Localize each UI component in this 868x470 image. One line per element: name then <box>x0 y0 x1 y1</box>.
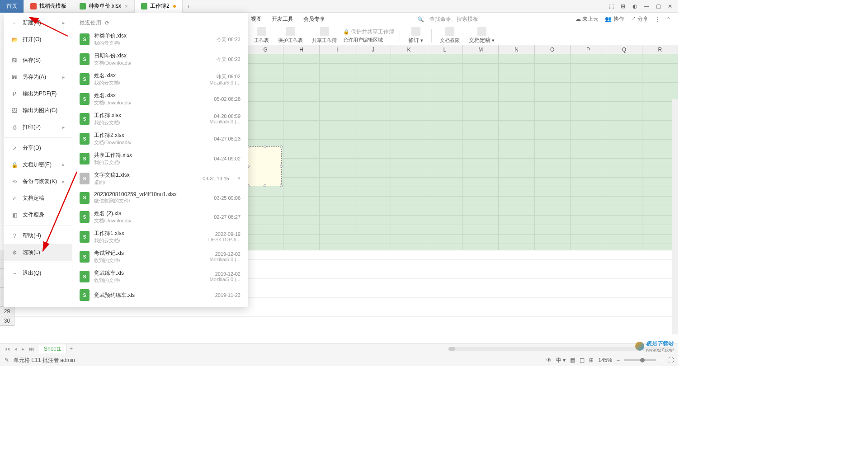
menu-new[interactable]: ▫新建(N)▸ <box>4 14 72 31</box>
ribbon-worksheet[interactable]: 工作表 <box>251 27 272 44</box>
menu-share[interactable]: ↗分享(D) <box>4 140 72 156</box>
apps-icon[interactable]: ⊞ <box>619 3 627 10</box>
tab-member[interactable]: 会员专享 <box>302 14 326 25</box>
ribbon-allow-edit[interactable]: 允许用户编辑区域 <box>343 37 394 43</box>
tab-view[interactable]: 视图 <box>250 14 263 25</box>
menu-saveas[interactable]: 🖬另存为(A)▸ <box>4 69 72 85</box>
collapse-ribbon-icon[interactable]: ⌃ <box>666 16 671 23</box>
refresh-icon[interactable]: ⟳ <box>105 20 109 26</box>
first-sheet-button[interactable]: ⏮ <box>4 346 11 352</box>
add-sheet-button[interactable]: + <box>70 346 73 352</box>
recent-file-item[interactable]: S 日期年份.xlsx 文档/Downloads/ 今天 08:23 <box>78 49 242 69</box>
recent-file-item[interactable]: S 工作簿.xlsx 我的云文档/ 04-28 08:59 Mozilla/5.… <box>78 109 242 129</box>
col-header[interactable]: Q <box>606 45 642 54</box>
recent-file-name: 种类单价.xlsx <box>94 32 212 40</box>
col-header[interactable]: M <box>463 45 499 54</box>
coop-button[interactable]: 👥 协作 <box>605 15 624 23</box>
menu-backup[interactable]: ⟲备份与恢复(K)▸ <box>4 173 72 190</box>
doc-status-icon[interactable]: ✎ <box>5 357 9 363</box>
menu-help[interactable]: ?帮助(H) <box>4 227 72 244</box>
menu-exit[interactable]: →退出(Q) <box>4 265 72 282</box>
skin-icon[interactable]: ◐ <box>631 3 638 10</box>
final-icon <box>477 27 486 36</box>
maximize-button[interactable]: ▢ <box>655 3 662 10</box>
tab-home-label: 首页 <box>6 2 17 10</box>
col-header[interactable]: L <box>427 45 463 54</box>
search-placeholder[interactable]: 查找命令、搜索模板 <box>429 15 478 23</box>
last-sheet-button[interactable]: ⏭ <box>28 346 35 352</box>
row-header[interactable]: 29 <box>0 307 14 316</box>
recent-file-item[interactable]: S 文字文稿1.xlsx 桌面/ 03-31 13:15 × <box>78 169 242 188</box>
badge-icon[interactable]: ⬚ <box>608 3 615 10</box>
ribbon-final[interactable]: 文档定稿 ▾ <box>466 27 497 44</box>
row-header[interactable]: 30 <box>0 316 14 326</box>
recent-file-item[interactable]: S 工作簿1.xlsx 我的云文档/ 2022-09-19 DESKTOP-6.… <box>78 227 242 247</box>
menu-image[interactable]: 🖼输出为图片(G) <box>4 102 72 119</box>
view-icon[interactable]: 👁 <box>546 357 552 363</box>
col-header[interactable]: G <box>248 45 283 54</box>
fullscreen-icon[interactable]: ⛶ <box>668 357 674 363</box>
tab-home[interactable]: 首页 <box>0 0 24 13</box>
col-header[interactable]: O <box>535 45 571 54</box>
recent-file-item[interactable]: S 种类单价.xlsx 我的云文档/ 今天 08:23 <box>78 29 242 49</box>
recent-file-path: 桌面/ <box>94 179 198 186</box>
view-break-icon[interactable]: ⊞ <box>589 357 594 363</box>
add-tab-button[interactable]: + <box>183 3 195 9</box>
zoom-level[interactable]: 145% <box>598 357 612 363</box>
view-page-icon[interactable]: ◫ <box>580 357 585 363</box>
tab-dev[interactable]: 开发工具 <box>271 14 294 25</box>
tab-template[interactable]: 找稻壳模板 <box>24 0 73 13</box>
recent-file-item[interactable]: S 考试登记.xls 收到的文件/ 2019-12-02 Mozilla/5.0… <box>78 247 242 267</box>
recent-file-item[interactable]: S 觉武预约练车.xls 2019-11-23 <box>78 287 242 304</box>
ribbon-protect[interactable]: 保护工作表 <box>275 27 306 44</box>
recent-file-item[interactable]: S 姓名.xlsx 我的云文档/ 昨天 09:02 Mozilla/5.0 (.… <box>78 69 242 89</box>
remove-recent-icon[interactable]: × <box>237 175 241 182</box>
col-header[interactable]: H <box>283 45 319 54</box>
menu-options[interactable]: ⚙选项(L) <box>4 244 72 261</box>
close-icon[interactable]: × <box>125 3 128 9</box>
col-header[interactable]: I <box>320 45 355 54</box>
zoom-in-button[interactable]: + <box>660 357 664 363</box>
ime-indicator[interactable]: 中 ▾ <box>556 357 566 364</box>
ribbon-share-book[interactable]: 共享工作簿 <box>309 27 340 44</box>
minimize-button[interactable]: — <box>643 3 650 10</box>
recent-file-item[interactable]: S 姓名.xlsx 文档/Downloads/ 05-02 08:28 <box>78 89 242 109</box>
ribbon-permission[interactable]: 文档权限 <box>437 27 462 44</box>
image-icon: 🖼 <box>11 107 18 114</box>
menu-save[interactable]: 🖫保存(S) <box>4 52 72 69</box>
menu-pdf[interactable]: P输出为PDF(F) <box>4 85 72 102</box>
ribbon-protect-share[interactable]: 🔒 保护并共享工作簿 <box>343 28 394 36</box>
tab-doc2[interactable]: 工作簿2 <box>135 0 183 13</box>
col-header[interactable]: P <box>571 45 606 54</box>
more-icon[interactable]: ⋮ <box>655 16 660 23</box>
recent-file-item[interactable]: S 姓名 (2).xls 文档/Downloads/ 02-27 08:27 <box>78 207 242 227</box>
menu-encrypt[interactable]: 🔒文档加密(E)▸ <box>4 156 72 173</box>
scrollbar-vertical[interactable] <box>672 99 678 334</box>
tab-doc1[interactable]: 种类单价.xlsx× <box>73 0 135 13</box>
sheet-tab-1[interactable]: Sheet1 <box>38 344 67 353</box>
col-header[interactable]: K <box>391 45 427 54</box>
share-button[interactable]: ↗ 分享 <box>631 15 648 23</box>
file-type-icon: S <box>80 53 90 65</box>
menu-print[interactable]: ⎙打印(P)▸ <box>4 119 72 136</box>
close-button[interactable]: ✕ <box>666 3 674 10</box>
recent-file-item[interactable]: S 觉武练车.xls 收到的文件/ 2019-12-02 Mozilla/5.0… <box>78 267 242 287</box>
recent-file-item[interactable]: S 共享工作簿.xlsx 我的云文档/ 04-24 09:02 <box>78 149 242 169</box>
zoom-slider[interactable] <box>624 359 656 361</box>
ribbon-revision[interactable]: 修订 ▾ <box>406 27 426 44</box>
view-normal-icon[interactable]: ▦ <box>570 357 575 363</box>
cloud-status[interactable]: ☁ 未上云 <box>576 15 599 23</box>
zoom-out-button[interactable]: − <box>617 357 620 363</box>
next-sheet-button[interactable]: ▸ <box>21 346 25 352</box>
col-header[interactable]: R <box>642 45 678 54</box>
comment-shape[interactable] <box>248 146 282 186</box>
search-icon[interactable]: 🔍 <box>417 16 424 23</box>
recent-file-item[interactable]: S 20230208100259_vd4lf10nu1.xlsx 微信收到的文件… <box>78 188 242 207</box>
col-header[interactable]: N <box>499 45 534 54</box>
col-header[interactable]: J <box>355 45 391 54</box>
menu-open[interactable]: 📂打开(O) <box>4 31 72 48</box>
menu-final[interactable]: ✓文档定稿 <box>4 190 72 207</box>
prev-sheet-button[interactable]: ◂ <box>14 346 18 352</box>
recent-file-item[interactable]: S 工作簿2.xlsx 文档/Downloads/ 04-27 08:23 <box>78 129 242 149</box>
menu-slim[interactable]: ◧文件瘦身 <box>4 207 72 223</box>
